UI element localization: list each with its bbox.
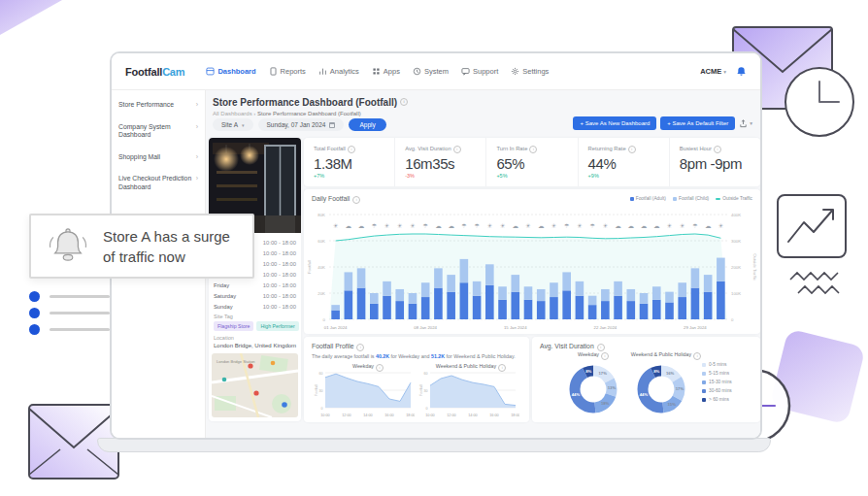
kpi-delta: +9% — [588, 173, 669, 180]
nav-item-label: Dashboard — [217, 67, 255, 76]
export-button[interactable]: ▾ — [739, 119, 752, 128]
svg-text:12:00: 12:00 — [447, 413, 456, 417]
notifications-bell-icon[interactable] — [736, 66, 747, 77]
kpi-label: Total Footfall — [314, 145, 394, 153]
svg-text:☁: ☁ — [435, 222, 442, 230]
account-menu[interactable]: ACME ▾ — [700, 67, 726, 76]
sidebar-item-3[interactable]: Shopping Mall› — [112, 147, 205, 169]
chevron-right-icon: › — [196, 101, 198, 110]
site-filter-dropdown[interactable]: Site A▾ — [213, 118, 253, 131]
support-icon — [461, 67, 470, 76]
legend-item: Footfall (Adult) — [630, 196, 666, 201]
apply-button[interactable]: Apply — [349, 118, 385, 131]
location-map[interactable]: London Bridge Station — [212, 353, 298, 417]
daily-footfall-chart[interactable]: 80K400K60K300K40K200K20K100K00☀☁☁☂☀☀☀☂☁☁… — [304, 205, 760, 334]
nav-item-reports[interactable]: Reports — [269, 67, 306, 76]
chevron-right-icon: › — [196, 153, 198, 162]
reports-icon — [269, 67, 278, 76]
sidebar-item-1[interactable]: Store Performance› — [112, 94, 205, 116]
weekday-profile-chart[interactable]: 6030010:0012:0014:0016:0018:00Footfall — [314, 369, 415, 421]
svg-text:☁: ☁ — [513, 222, 519, 230]
daily-footfall-title: Daily Footfall — [312, 195, 360, 204]
sidebar-item-label: Shopping Mall — [118, 153, 160, 162]
breadcrumb[interactable]: All Dashboards › Store Performance Dashb… — [213, 111, 361, 116]
daily-footfall-legend: Footfall (Adult)Footfall (Child)Outside … — [630, 196, 752, 201]
nav-item-label: Reports — [281, 67, 306, 76]
bullet-dot — [29, 324, 40, 335]
svg-text:13%: 13% — [608, 385, 617, 390]
svg-text:22 Jan 2024: 22 Jan 2024 — [594, 325, 618, 330]
svg-text:☀: ☀ — [667, 222, 673, 230]
bullet-list-decoration — [29, 288, 110, 338]
date-filter[interactable]: Sunday, 07 Jan 2024 — [258, 118, 345, 131]
svg-text:15%: 15% — [667, 402, 676, 407]
svg-text:☁: ☁ — [628, 222, 635, 230]
page-title: Store Performance Dashboard (Footfall) — [213, 97, 408, 108]
svg-text:8%: 8% — [653, 369, 659, 374]
nav-item-settings[interactable]: Settings — [511, 67, 549, 76]
svg-text:☁: ☁ — [705, 222, 712, 230]
weekend-profile-chart[interactable]: 6030010:0012:0014:0016:0018:00Footfall — [418, 369, 519, 421]
chevron-down-icon: ▾ — [723, 69, 726, 75]
location-label: Location — [214, 335, 234, 341]
svg-text:400K: 400K — [731, 213, 741, 217]
weekend-average: 51.2K — [431, 353, 445, 359]
legend-swatch — [716, 198, 720, 200]
nav-item-system[interactable]: System — [413, 67, 449, 76]
nav-menu: DashboardReportsAnalyticsAppsSystemSuppo… — [206, 67, 549, 76]
kpi-label-text: Returning Rate — [588, 146, 626, 151]
sidebar-item-2[interactable]: Company System Dashboard› — [112, 116, 205, 147]
kpi-avg-visit-duration: Avg. Visit Duration16m35s-3% — [394, 138, 485, 186]
info-icon — [529, 146, 537, 153]
kpi-value: 65% — [496, 155, 577, 172]
nav-item-analytics[interactable]: Analytics — [318, 67, 359, 76]
svg-text:☀: ☀ — [551, 222, 557, 230]
svg-text:18:00: 18:00 — [406, 413, 415, 417]
sidebar-item-label: Store Performance — [118, 101, 174, 110]
duration-legend-item: 15-30 mins — [702, 378, 732, 386]
info-icon — [352, 196, 360, 204]
nav-item-apps[interactable]: Apps — [372, 67, 400, 76]
bullet-dot — [29, 291, 40, 302]
duration-legend-item: 5-15 mins — [702, 369, 732, 378]
info-icon — [693, 352, 701, 360]
avg-visit-duration-title: Avg. Visit Duration — [540, 343, 605, 351]
profile-subtitle: The daily average footfall is 40.2K for … — [312, 353, 516, 359]
svg-text:☂: ☂ — [474, 222, 480, 230]
zigzag-decoration — [788, 270, 847, 301]
legend-label: 0-5 mins — [709, 360, 726, 369]
nav-item-label: Apps — [384, 67, 400, 76]
weekend-donut-chart[interactable]: 16%17%15%44%8% — [633, 361, 689, 417]
save-as-default-filter-button[interactable]: + Save As Default Filter — [660, 116, 735, 130]
info-icon — [348, 146, 355, 153]
day-hours: 10:00 - 18:00 — [263, 248, 296, 259]
svg-text:17%: 17% — [676, 386, 684, 391]
sidebar-item-4[interactable]: Live Checkout Prediction Dashboard› — [112, 168, 205, 198]
footfall-profile-card: Footfall Profile The daily average footf… — [304, 337, 529, 422]
svg-text:10:00: 10:00 — [425, 413, 435, 417]
kpi-label-text: Avg. Visit Duration — [405, 146, 451, 151]
svg-text:Footfall: Footfall — [315, 384, 318, 396]
site-tag-chip[interactable]: High Performer — [256, 321, 298, 331]
svg-text:Outside Traffic: Outside Traffic — [752, 253, 757, 281]
svg-text:17%: 17% — [598, 371, 607, 376]
info-icon — [601, 352, 609, 360]
weekday-donut-chart[interactable]: 17%13%18%44%8% — [565, 361, 621, 417]
brand-logo[interactable]: FootfallCam — [125, 66, 184, 78]
nav-item-support[interactable]: Support — [461, 67, 498, 76]
nav-item-dashboard[interactable]: Dashboard — [206, 67, 255, 76]
svg-text:☁: ☁ — [653, 222, 660, 230]
breadcrumb-current: Store Performance Dashboard (Footfall) — [257, 111, 361, 116]
site-tag-chip[interactable]: Flagship Store — [214, 321, 253, 331]
legend-swatch — [702, 389, 706, 393]
svg-text:300K: 300K — [731, 239, 741, 244]
svg-text:0: 0 — [731, 317, 734, 322]
save-as-new-dashboard-button[interactable]: + Save As New Dashboard — [573, 116, 656, 130]
breadcrumb-root[interactable]: All Dashboards — [213, 111, 252, 116]
info-icon — [400, 98, 408, 106]
svg-text:44%: 44% — [572, 392, 581, 397]
svg-text:☀: ☀ — [500, 222, 506, 230]
kpi-value: 16m35s — [405, 155, 485, 172]
site-tag-label: Site Tag — [214, 314, 233, 319]
surge-alert-toast[interactable]: Store A has a surge of traffic now — [29, 214, 254, 279]
